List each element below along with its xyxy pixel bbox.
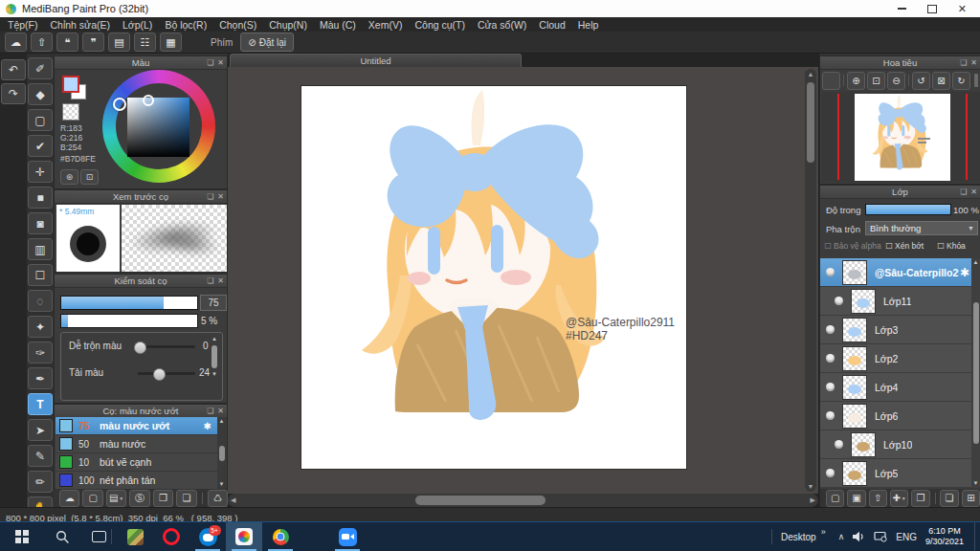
- saturation-value-square[interactable]: [127, 98, 189, 157]
- layer-visibility-toggle[interactable]: [826, 383, 835, 391]
- close-icon[interactable]: ✕: [217, 405, 224, 417]
- lasso-tool[interactable]: ◌: [28, 290, 53, 312]
- menu-tools[interactable]: Công cụ(T): [414, 19, 465, 31]
- scroll-up-icon[interactable]: ▲: [808, 71, 814, 77]
- delete-brush-icon[interactable]: ♺: [208, 490, 228, 507]
- comment-icon[interactable]: ❝: [56, 33, 78, 52]
- brush-folder-icon[interactable]: ❐: [153, 490, 173, 507]
- add-special-layer-icon[interactable]: ✚▼: [890, 490, 908, 507]
- zoom-fit-icon[interactable]: ⊡: [867, 72, 885, 90]
- move-tool[interactable]: ✛: [28, 161, 53, 183]
- merge-layer-icon[interactable]: ⊞: [962, 490, 980, 507]
- navigator-thumbnail[interactable]: [855, 94, 950, 181]
- popout-icon[interactable]: ❏: [960, 56, 967, 69]
- language-indicator[interactable]: ENG: [896, 532, 917, 542]
- scroll-left-icon[interactable]: ◀: [231, 496, 235, 504]
- close-icon[interactable]: ✕: [970, 56, 977, 69]
- new-layer-icon[interactable]: ▢: [826, 490, 844, 507]
- menu-filter[interactable]: Bộ lọc(R): [165, 19, 207, 31]
- close-icon[interactable]: ✕: [217, 56, 224, 69]
- menu-cloud[interactable]: Cloud: [539, 19, 565, 31]
- text-tool[interactable]: T: [28, 393, 53, 415]
- duplicate-brush-icon[interactable]: ❏: [176, 490, 196, 507]
- select-rect-tool[interactable]: ☐: [28, 264, 53, 286]
- upload-brush-icon[interactable]: ☁: [59, 490, 79, 507]
- canvas[interactable]: @Sâu-Caterpillo2911 #HD247: [301, 86, 686, 469]
- scroll-up-icon[interactable]: ▲: [219, 418, 225, 425]
- desktop-toolbar[interactable]: Desktop: [781, 532, 816, 542]
- popout-icon[interactable]: ❏: [207, 190, 213, 203]
- shape-brush-tool[interactable]: ▢: [28, 109, 53, 131]
- bucket-tool[interactable]: ◙: [28, 212, 53, 234]
- messages-icon[interactable]: ❞: [82, 33, 104, 52]
- layer-row[interactable]: Lớp2: [820, 344, 973, 372]
- speaker-icon[interactable]: [853, 531, 865, 542]
- new-8bit-layer-icon[interactable]: ▣: [847, 490, 865, 507]
- brush-list-scrollbar[interactable]: ▲ ▼: [217, 417, 226, 489]
- taskbar-opera-app[interactable]: [153, 522, 189, 551]
- layer-visibility-toggle[interactable]: [826, 325, 835, 334]
- layer-visibility-toggle[interactable]: [835, 297, 843, 305]
- new-brush-icon[interactable]: ▢: [82, 490, 102, 507]
- zoom-in-icon[interactable]: ⊕: [847, 72, 865, 90]
- menu-help[interactable]: Help: [578, 19, 599, 31]
- scroll-down-icon[interactable]: ▼: [808, 483, 814, 490]
- taskbar-zalo-app[interactable]: 5+: [189, 522, 226, 551]
- brush-size-value[interactable]: 75: [200, 295, 227, 311]
- scroll-up-icon[interactable]: ▲: [973, 259, 979, 266]
- zoom-out-icon[interactable]: ⊖: [887, 72, 905, 90]
- layer-list-scrollbar[interactable]: ▲ ▼: [971, 258, 980, 488]
- checklist-icon[interactable]: ☷: [134, 33, 156, 52]
- foreground-color-swatch[interactable]: [62, 76, 79, 93]
- import-brush-icon[interactable]: ▤▼: [106, 490, 126, 507]
- layer-visibility-toggle[interactable]: [826, 469, 835, 477]
- document-tab[interactable]: Untitled: [230, 54, 522, 67]
- taskbar-chrome-app[interactable]: [262, 522, 299, 551]
- taskbar-clock[interactable]: 6:10 PM 9/30/2021: [925, 526, 964, 547]
- popout-icon[interactable]: ❏: [207, 56, 213, 69]
- taskbar-game-app[interactable]: [117, 522, 153, 551]
- rotate-left-icon[interactable]: ↺: [912, 72, 930, 90]
- horizontal-scroll-thumb[interactable]: [415, 496, 546, 505]
- fill-rect-tool[interactable]: ■: [28, 187, 53, 209]
- redo-button[interactable]: ↷: [1, 83, 26, 104]
- scroll-down-icon[interactable]: ▼: [219, 481, 225, 488]
- sv-marker[interactable]: [143, 95, 154, 106]
- clipping-checkbox[interactable]: ☐ Xén bớt: [885, 241, 924, 251]
- layer-row[interactable]: Lớp5: [820, 459, 973, 487]
- scroll-down-icon[interactable]: ▼: [212, 371, 217, 378]
- reset-button[interactable]: ⊘ Đặt lại: [240, 33, 294, 52]
- undo-button[interactable]: ↶: [1, 59, 26, 80]
- brush-tool[interactable]: ✐: [28, 57, 53, 79]
- brush-settings-gear-icon[interactable]: ✱: [204, 421, 212, 431]
- magic-wand-tool[interactable]: ✦: [28, 316, 53, 338]
- layer-visibility-toggle[interactable]: [826, 411, 835, 420]
- param-load-knob[interactable]: [153, 368, 166, 381]
- script-brush-icon[interactable]: Ⓢ: [129, 490, 149, 507]
- window-layout-icon[interactable]: ▦: [160, 33, 182, 52]
- layer-visibility-toggle[interactable]: [826, 268, 835, 276]
- layer-row[interactable]: Lớp3: [820, 316, 973, 343]
- scroll-up-icon[interactable]: ▲: [212, 336, 217, 342]
- canvas-viewport[interactable]: @Sâu-Caterpillo2911 #HD247 ▲ ▼: [228, 67, 818, 494]
- taskbar-zoom-app[interactable]: [329, 522, 366, 551]
- show-desktop-button[interactable]: [974, 522, 978, 551]
- pen-tool[interactable]: ✏: [28, 471, 53, 493]
- show-hidden-icons-chevron[interactable]: ∧: [838, 532, 845, 541]
- menu-view[interactable]: Xem(V): [368, 19, 403, 31]
- duplicate-layer-icon[interactable]: ❏: [940, 490, 958, 507]
- param-mix-knob[interactable]: [134, 342, 146, 354]
- layer-row[interactable]: Lớp6: [820, 402, 973, 430]
- layer-row[interactable]: Lớp4: [820, 373, 973, 401]
- popout-icon[interactable]: ❏: [960, 186, 967, 198]
- menu-capture[interactable]: Chụp(N): [269, 19, 307, 31]
- menu-select[interactable]: Chọn(S): [219, 19, 256, 31]
- scroll-down-icon[interactable]: ▼: [973, 480, 979, 487]
- eyedropper-tool[interactable]: ✎: [28, 445, 53, 467]
- close-icon[interactable]: ✕: [217, 275, 224, 287]
- zoom-actual-icon[interactable]: [822, 72, 840, 90]
- eraser-tool[interactable]: ◆: [28, 83, 53, 105]
- close-icon[interactable]: ✕: [217, 190, 224, 203]
- toolbar-overflow-icon[interactable]: »: [821, 527, 826, 537]
- taskbar-medibang-app[interactable]: [226, 522, 262, 551]
